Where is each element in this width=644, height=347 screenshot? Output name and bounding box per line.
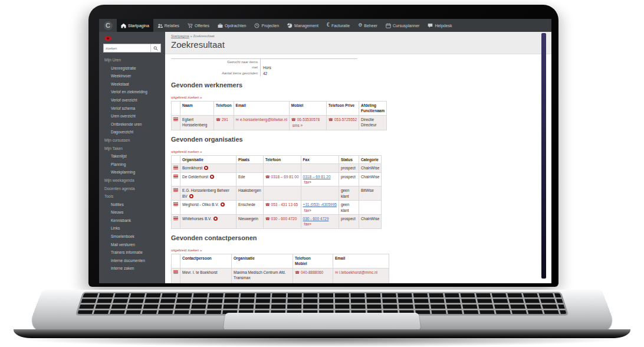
pdf-icon[interactable] [221, 202, 225, 207]
euro-icon: € [327, 23, 330, 28]
search-input[interactable] [104, 44, 150, 52]
nav-item-projecten[interactable]: Projecten [250, 19, 283, 32]
nav-item-startpagina[interactable]: Startpagina [117, 19, 153, 32]
nav-item-management[interactable]: Management [283, 19, 323, 32]
table-cell: Maxima Medisch Centrum Afd. Transmax [232, 268, 293, 282]
extended-search-link-werknemers[interactable]: uitgebreid zoeken » [171, 96, 202, 99]
sidebar-item-urenregistratie[interactable]: Urenregistratie [99, 64, 165, 73]
search-criteria: Gezocht naar itemsmetHorsAantal items ge… [171, 58, 357, 76]
column-header-email: Email [234, 102, 289, 116]
nav-item-relaties[interactable]: Relaties [153, 19, 183, 32]
column-header-email: Email [333, 254, 389, 268]
sidebar-item-mijn-cursussen[interactable]: Mijn cursussen [99, 136, 165, 145]
breadcrumb-home-link[interactable]: Startpagina [171, 34, 189, 38]
pdf-icon[interactable] [213, 217, 218, 221]
briefcase-icon [218, 23, 223, 28]
sidebar-item-weekinvoer[interactable]: Weekinvoer [99, 72, 165, 80]
nav-item-opdrachten[interactable]: Opdrachten [213, 19, 251, 32]
sidebar-item-nieuws[interactable]: Nieuws [99, 208, 165, 217]
pdf-icon[interactable] [210, 175, 214, 179]
sidebar-item-interne-documenten[interactable]: Interne documenten [99, 257, 165, 265]
vcard-icon[interactable] [173, 174, 178, 178]
criteria-label: Gezocht naar items [171, 59, 261, 64]
sidebar-item-weekstaat[interactable]: Weekstaat [99, 80, 165, 89]
sidebar-item-dagoverzicht[interactable]: Dagoverzicht [99, 128, 165, 136]
criteria-row: metHors [171, 64, 357, 70]
breadcrumb-separator: » [190, 34, 192, 38]
row-icon-cell [172, 201, 180, 215]
phone-icon: ☎ [265, 202, 270, 207]
sidebar-item-mijn-weekagenda[interactable]: Mijn weekagenda [99, 176, 165, 185]
top-navbar: C StartpaginaRelatiesOffertesOpdrachtenP… [99, 19, 551, 32]
sidebar-item-smoelenboek[interactable]: Smoelenboek [99, 233, 165, 241]
suffix-link[interactable]: fax» [304, 222, 311, 226]
table-row: Whitehorses B.V.Nieuwegein☎ 030 - 600 47… [172, 215, 382, 229]
table-cell: ☎ 030 - 600 4720 [263, 215, 301, 229]
sidebar-item-weekplanning[interactable]: Weekplanning [99, 168, 165, 176]
sidebar-item-mijn-uren[interactable]: Mijn Uren [99, 56, 165, 64]
vcard-icon[interactable] [173, 216, 178, 220]
fax-link[interactable]: 030 - 600 4729 [303, 217, 329, 221]
cell-text: prospect [341, 166, 356, 170]
nav-item-beheer[interactable]: ⚙Beheer [354, 19, 382, 32]
table-cell [263, 186, 301, 201]
sidebar-item-mail-versturen[interactable]: Mail versturen [99, 241, 165, 249]
table-cell: Weghorst - Oliko B.V. [180, 201, 236, 215]
phone-link[interactable]: ☎ 291 [216, 117, 228, 122]
email-link[interactable]: ✉ i.teboekhorst@mmc.nl [335, 270, 377, 274]
fax-link[interactable]: +31 (053) -4305995 [303, 202, 337, 207]
sidebar-item-ontbrekende-uren[interactable]: Ontbrekende uren [99, 120, 165, 129]
sidebar-item-notities[interactable]: Notities [99, 201, 165, 209]
table-cell: 030 - 600 4729 fax» [301, 215, 339, 229]
table-cell: Bonnikhorst [180, 164, 236, 172]
sidebar-item-interne-zaken[interactable]: Interne zaken [99, 264, 165, 273]
pdf-icon[interactable] [189, 194, 193, 198]
sidebar-item-verlof-en-ziekmelding[interactable]: Verlof en ziekmelding [99, 88, 165, 96]
sidebar-item-planning[interactable]: Planning [99, 161, 165, 169]
table-cell: Whitehorses B.V. [180, 215, 236, 229]
breadcrumb-current: Zoekresultaat [193, 34, 214, 38]
suffix-link[interactable]: fax» [304, 180, 311, 184]
icon-column-header [172, 155, 180, 163]
sidebar-item-links[interactable]: Links [99, 224, 165, 233]
vcard-icon[interactable] [173, 117, 178, 121]
sidebar-item-tools[interactable]: Tools [99, 192, 165, 201]
nav-item-facturatie[interactable]: €Facturatie [323, 19, 354, 32]
pdf-icon[interactable] [204, 166, 208, 170]
suffix-link[interactable]: sms » [293, 123, 303, 127]
vcard-icon[interactable] [173, 165, 178, 169]
suffix-link[interactable]: fax» [304, 208, 311, 212]
sidebar-item-uren-overzicht[interactable]: Uren overzicht [99, 112, 165, 120]
nav-item-cursusplanner[interactable]: Cursusplanner [382, 19, 424, 32]
vcard-icon[interactable] [173, 202, 178, 206]
sidebar-item-verlof-schema[interactable]: Verlof schema [99, 104, 165, 113]
sidebar-item-docenten-agenda[interactable]: Docenten agenda [99, 185, 165, 193]
phone-link[interactable]: ☎ 0318 – 69 81 00 [265, 175, 299, 179]
extended-search-link-contactpersonen[interactable]: uitgebreid zoeken » [171, 248, 202, 252]
sidebar-item-takenlijst[interactable]: Takenlijst [99, 152, 165, 161]
criteria-label: met [171, 64, 261, 70]
fax-link[interactable]: 0318 – 69 81 20 [303, 175, 331, 179]
vcard-icon[interactable] [173, 188, 178, 192]
section-title-werknemers: Gevonden werknemers [171, 81, 546, 89]
phone-link[interactable]: ☎ 030 - 600 4720 [265, 217, 297, 221]
cell-text: prospect [341, 175, 356, 179]
gears-icon: ⚙ [358, 23, 362, 28]
extended-search-link-organisaties[interactable]: uitgebreid zoeken » [171, 150, 202, 153]
sidebar-item-kennisbank[interactable]: Kennisbank [99, 217, 165, 225]
phone-link[interactable]: ☎ 053-5725552 [328, 117, 357, 122]
sidebar-item-mijn-taken[interactable]: Mijn Taken [99, 145, 165, 153]
vcard-icon[interactable] [173, 270, 178, 274]
table-cell [293, 282, 333, 283]
phone-link[interactable]: ☎ 053 - 431 13 65 [265, 202, 298, 207]
email-link[interactable]: ✉ e.horsselenberg@bitwise.nl [236, 117, 287, 122]
sidebar-item-trainers-informatie[interactable]: Trainers informatie [99, 248, 165, 257]
nav-item-helpdesk[interactable]: Helpdesk [423, 19, 456, 32]
nav-item-offertes[interactable]: Offertes [183, 19, 213, 32]
nav-item-label: Management [294, 24, 318, 28]
sidebar-item-verlof-overzicht[interactable]: Verlof overzicht [99, 96, 165, 104]
phone-link[interactable]: ☎ 06-53530578 [291, 117, 320, 122]
phone-link[interactable]: ☎ 040-8888060 [295, 270, 323, 274]
table-cell: ChainWise [359, 172, 381, 186]
search-button[interactable] [150, 44, 160, 52]
